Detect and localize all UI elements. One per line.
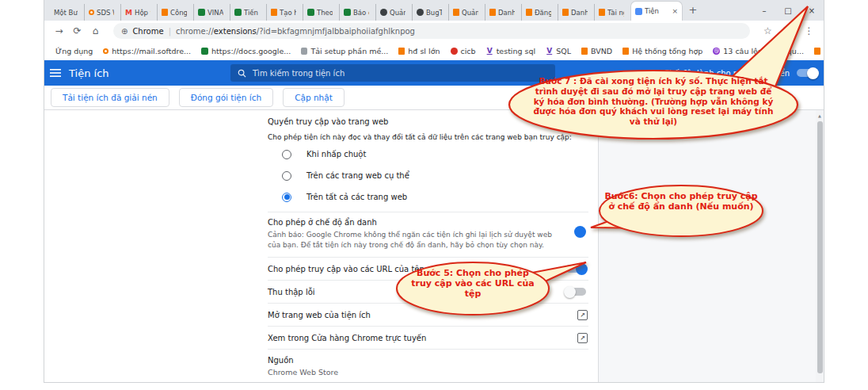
extension-detail-page: Quyền truy cập vào trang web Cho phép ti… [44, 110, 824, 382]
tab-label: Tạo hóa [280, 9, 296, 17]
site-label: Chrome [132, 27, 163, 36]
bookmark-item[interactable]: Ứng dụng [52, 47, 93, 55]
tab-favicon-icon [307, 9, 314, 16]
tab-label: Một Bư [54, 9, 78, 17]
bookmark-item[interactable]: cicb [451, 47, 476, 55]
bookmark-favicon-icon [201, 48, 208, 55]
tab-favicon-icon [489, 9, 496, 16]
tab-favicon-icon [198, 9, 205, 16]
tab-favicon-icon [453, 9, 459, 16]
browser-tab[interactable]: Báo cáo [339, 4, 375, 21]
browser-tab[interactable]: Tiến độ [230, 4, 266, 21]
detail-row-control[interactable] [577, 333, 588, 343]
browser-tab[interactable]: Hộp thư [120, 4, 157, 21]
tab-label: SDS We [97, 9, 114, 17]
browser-tab[interactable]: Công ty [157, 4, 193, 21]
search-placeholder: Tìm kiếm trong tiện ích [253, 69, 345, 78]
scrollbar-thumb[interactable] [817, 121, 823, 373]
radio-option-label: Trên tất cả các trang web [306, 193, 407, 201]
omnibox-separator: | [169, 27, 171, 36]
tab-favicon-icon [417, 9, 424, 16]
extension-detail-card: Quyền truy cập vào trang web Cho phép ti… [258, 110, 599, 382]
site-access-radio-option[interactable]: Trên các trang web cụ thể [268, 165, 588, 186]
bookmark-item[interactable]: https://docs.google... [201, 47, 291, 55]
callout-step-5: Bước 5: Chọn cho phép truy cập vào các U… [392, 254, 598, 317]
tab-label: Công ty [170, 9, 187, 17]
site-access-radio-option[interactable]: Trên tất cả các trang web [268, 186, 588, 208]
browser-tab[interactable]: VINAFR [193, 4, 230, 21]
forward-icon[interactable]: → [52, 25, 66, 36]
reload-icon[interactable]: ⟳ [70, 25, 84, 36]
hamburger-menu-icon[interactable] [50, 68, 61, 78]
incognito-title: Cho phép ở chế độ ẩn danh [268, 218, 553, 227]
tab-label: Quản lý [390, 9, 405, 17]
callout-step-6-text: Bước6: Chọn cho phép truy cập ở chế độ ẩ… [604, 191, 758, 212]
bookmark-label: https://mail.softdre... [112, 47, 191, 55]
browser-tab[interactable]: Theo dõ [303, 4, 339, 21]
site-access-radio-group: Khi nhấp chuột Trên các trang web cụ thể… [268, 143, 588, 208]
tab-favicon-icon [344, 9, 351, 16]
url-text: chrome://extensions/?id=bkfagmnjmfjalbba… [176, 27, 415, 36]
browser-tab[interactable]: Tạo hóa [266, 4, 303, 21]
update-button[interactable]: Cập nhật [283, 88, 345, 107]
tab-favicon-icon [162, 9, 168, 16]
tab-favicon-icon [380, 9, 387, 16]
bookmark-favicon-icon [103, 48, 108, 54]
tab-favicon-icon [125, 9, 132, 16]
url-host: extensions [214, 27, 257, 36]
browser-tab[interactable]: Một Bư [48, 4, 84, 21]
screenshot-canvas: Một Bư SDS We Hộp thư [0, 0, 868, 390]
bookmark-favicon-icon [486, 48, 493, 55]
bookmark-label: hđ sl lớn [408, 47, 440, 55]
incognito-row: Cho phép ở chế độ ẩn danh Cảnh báo: Goog… [268, 212, 588, 257]
tab-label: VINAFR [207, 9, 223, 17]
detail-row-label: Xem trong Cửa hàng Chrome trực tuyến [268, 334, 426, 342]
callout-step-7-text: Bước 7 : Đã cài xong tiện ích ký số. Thự… [532, 76, 775, 127]
radio-icon[interactable] [282, 193, 291, 202]
tab-favicon-icon [89, 10, 94, 15]
browser-tab[interactable]: Quản lý [375, 4, 412, 21]
browser-tab[interactable]: Quản lý [448, 4, 485, 21]
page-scrollbar[interactable]: ▲ [816, 110, 824, 382]
bookmark-label: cicb [461, 47, 476, 55]
page-title: Tiện ích [69, 67, 109, 79]
load-unpacked-button[interactable]: Tải tiện ích đã giải nén [51, 88, 169, 107]
callout-step-5-text: Bước 5: Chọn cho phép truy cập vào các U… [411, 268, 535, 300]
pack-extension-button[interactable]: Đóng gói tiện ích [179, 88, 273, 107]
url-scheme: chrome:// [176, 27, 214, 36]
bookmark-label: https://docs.google... [211, 47, 291, 55]
radio-option-label: Khi nhấp chuột [306, 150, 366, 159]
page-background [599, 110, 816, 382]
site-access-radio-option[interactable]: Khi nhấp chuột [268, 143, 588, 165]
radio-icon[interactable] [282, 171, 291, 181]
tab-label: Theo dõ [317, 9, 333, 17]
tab-label: BugTra [426, 9, 442, 17]
source-label: Nguồn [268, 356, 588, 365]
bookmark-item[interactable]: Tải setup phần mề... [301, 47, 388, 55]
detail-row-label: Mở trang web của tiện ích [268, 311, 371, 319]
tab-label: Hộp thư [135, 9, 150, 17]
home-icon[interactable]: ⌂ [89, 25, 102, 36]
bookmark-item[interactable]: hđ sl lớn [398, 47, 440, 55]
tab-label: Quản lý [462, 9, 478, 17]
bookmark-item[interactable]: https://mail.softdre... [103, 47, 191, 55]
radio-option-label: Trên các trang web cụ thể [306, 171, 409, 180]
radio-icon[interactable] [282, 150, 291, 159]
bookmark-favicon-icon [398, 48, 405, 55]
tab-label: Tiến độ [244, 9, 260, 17]
search-icon [238, 69, 246, 78]
callout-step-7: Bước 7 : Đã cài xong tiện ích ký số. Thự… [507, 0, 828, 143]
browser-tab[interactable]: BugTra [412, 4, 448, 21]
bookmark-favicon-icon [301, 48, 307, 55]
bookmark-favicon-icon [451, 48, 458, 55]
tab-label: Báo cáo [353, 9, 369, 17]
site-info-icon[interactable]: ⊕ [121, 27, 128, 36]
callout-step-6: Bước6: Chọn cho phép truy cập ở chế độ ẩ… [582, 178, 776, 242]
detail-row[interactable]: Xem trong Cửa hàng Chrome trực tuyến [268, 326, 588, 349]
browser-tab[interactable]: SDS We [84, 4, 120, 21]
incognito-texts: Cho phép ở chế độ ẩn danh Cảnh báo: Goog… [268, 218, 553, 250]
tab-favicon-icon [234, 9, 242, 16]
incognito-warning: Cảnh báo: Google Chrome không thể ngăn c… [268, 230, 553, 250]
url-path: /?id=bkfagmnjmfjalbbaiphoiiafghlknpog [257, 27, 415, 36]
source-section: Nguồn Chrome Web Store [268, 349, 588, 382]
